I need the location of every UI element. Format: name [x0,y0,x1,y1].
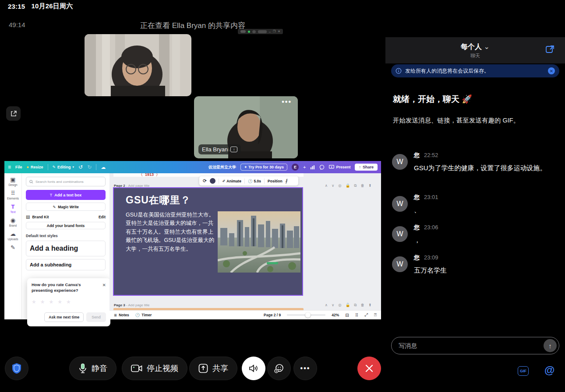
ask-later-button[interactable]: Ask me next time [44,312,84,322]
pages-view-icon[interactable]: ⠿ [355,313,358,318]
avatar: W [392,226,408,242]
element-toolbar: ⟳ ✐Animate 🕐5.0s Position ⨏ [199,176,298,186]
tile-more-icon[interactable]: ••• [282,98,292,106]
rating-send-button[interactable]: Send [86,312,106,322]
position-button[interactable]: Position [268,179,282,183]
chat-audience-dropdown[interactable]: 每个人 ⌄ [461,43,490,50]
add-page-icon[interactable]: ⬆ [368,303,371,308]
move-up-icon[interactable]: ∧ [325,183,328,188]
undo-icon[interactable]: ↺ [78,164,83,170]
more-button[interactable]: ••• [293,357,317,380]
fullscreen-icon[interactable]: ⤢ [364,312,368,318]
timer-button[interactable]: 🕐Timer [135,313,152,317]
present-button[interactable]: Present [329,165,350,169]
rail-elements[interactable]: ⠿Elements [7,190,19,200]
stop-video-button[interactable]: 停止视频 [122,357,187,380]
chat-message-input[interactable] [398,342,544,350]
cloud-status-icon: ☁ [101,164,106,170]
doc-title[interactable]: 佐治亚州立大学 [208,164,236,170]
speaker-button[interactable] [242,357,265,380]
hide-icon[interactable]: ◎ [338,183,341,188]
move-up-icon[interactable]: ∧ [325,303,328,308]
remote-name: Ella Bryan [202,146,228,153]
color-swatch[interactable] [210,178,215,184]
rail-uploads[interactable]: ☁Uploads [8,231,18,241]
mute-button[interactable]: 静音 [69,357,117,380]
add-brand-fonts-button[interactable]: Add your brand fonts [26,222,106,229]
slide-body[interactable]: GSU是在美国佐治亚州亚特兰大市。亚特兰大是佐治亚最大的城市，一共有五十万名人。… [126,211,219,253]
brand-kit-edit-link[interactable]: Edit [99,215,106,219]
mini-window-controls[interactable]: –❐✕ [238,29,283,34]
sender: 您 [414,224,420,231]
send-message-button[interactable]: ↑ [544,339,557,352]
account-avatar[interactable]: E [292,164,299,171]
banner-close-icon[interactable]: ✕ [548,67,555,74]
gif-button[interactable]: GIF [518,366,529,376]
shared-content-window: ≡ File ●Resize ✎Editing▾ ↺ ↻ ☁ 佐治亚州立大学 ✦… [4,161,381,319]
brand-kit-row[interactable]: ▤ Brand Kit Edit [26,214,106,219]
popup-close-icon[interactable]: ✕ [102,283,106,287]
share-button[interactable]: 共享 [189,357,237,380]
animate-button[interactable]: ✐Animate [222,179,241,183]
lock-icon[interactable]: 🔓 [346,303,350,308]
file-menu[interactable]: File [15,165,22,169]
flip-icon[interactable]: ⟳ [203,178,207,184]
duration-button[interactable]: 🕐5.0s [248,179,261,183]
atlanta-skyline-image[interactable] [218,211,300,273]
security-button[interactable] [5,357,28,380]
canva-rail: ▣Design ⠿Elements TText ◉Brand ☁Uploads … [4,173,22,319]
hide-icon[interactable]: ◎ [338,303,341,308]
sharing-title: 正在查看 Ella Bryan 的共享内容 [0,21,385,31]
grid-view-icon[interactable]: ⊟ [345,313,349,318]
menu-icon[interactable]: ≡ [8,164,11,170]
more-dots-icon: ••• [300,364,311,372]
styles-roller-icon[interactable]: ⨏ [286,178,288,184]
magic-write-button[interactable]: ✎Magic Write [26,203,106,211]
duplicate-icon[interactable]: ⧉ [354,303,357,308]
shield-icon [11,362,22,374]
popout-chat-icon[interactable] [545,44,555,55]
move-down-icon[interactable]: ∨ [332,183,334,188]
rail-draw[interactable]: ✎ [11,245,15,250]
canva-share-button[interactable]: ↑Share [355,164,378,171]
add-member-button[interactable]: + [303,164,306,170]
notes-button[interactable]: ≣Notes [114,313,129,317]
insights-icon[interactable] [310,165,315,170]
info-icon [396,68,402,74]
add-subheading-style[interactable]: Add a subheading [26,259,106,270]
add-page-icon[interactable]: ⬆ [368,183,371,188]
lock-icon[interactable]: 🔒 [346,183,350,188]
add-heading-style[interactable]: Add a heading [26,241,106,256]
font-search-input[interactable]: Search fonts and combinations [26,177,106,186]
try-pro-button[interactable]: ✦ Try Pro for 30 days [240,164,287,171]
page3-title-row[interactable]: Page 3 - Add page title [114,303,149,307]
editing-mode-dropdown[interactable]: ✎Editing▾ [53,165,74,169]
slide-page2[interactable]: GSU在哪里？ GSU是在美国佐治亚州亚特兰大市。亚特兰大是佐治亚最大的城市，一… [113,187,303,296]
message-text: 五万名学生 [414,265,558,275]
popout-share-button[interactable] [6,106,21,121]
default-styles-label: Default text styles [26,234,106,238]
zoom-slider[interactable] [287,315,325,315]
add-text-box-button[interactable]: TAdd a text box [26,190,106,200]
rating-stars[interactable]: ★★★★★ [32,299,106,305]
video-tile-remote[interactable]: ••• Ella Bryan ↑ [194,96,298,158]
rail-design[interactable]: ▣Design [8,177,17,186]
avatar: W [392,256,408,272]
delete-icon[interactable]: 🗑 [360,303,364,308]
rail-brand[interactable]: ◉Brand [9,217,17,227]
video-tile-self[interactable] [85,34,191,96]
help-icon[interactable]: ⍰ [374,312,377,318]
comments-icon[interactable] [319,164,325,170]
delete-icon[interactable]: 🗑 [360,183,364,188]
move-down-icon[interactable]: ∨ [332,303,334,308]
duplicate-icon[interactable]: ⧉ [354,183,357,188]
chat-panel: 每个人 ⌄ 聊天 发给所有人的消息将在会议后保存。 ✕ 就绪，开始，聊天 🚀 开… [385,0,565,392]
slide-title[interactable]: GSU在哪里？ [126,193,191,207]
rail-text[interactable]: TText [11,204,16,214]
timestamp: 22:52 [424,152,438,158]
mention-button[interactable]: @ [544,364,554,376]
resize-button[interactable]: ●Resize [27,165,43,169]
reactions-button[interactable] [267,357,291,380]
redo-icon[interactable]: ↻ [87,164,92,170]
leave-meeting-button[interactable] [357,357,381,380]
